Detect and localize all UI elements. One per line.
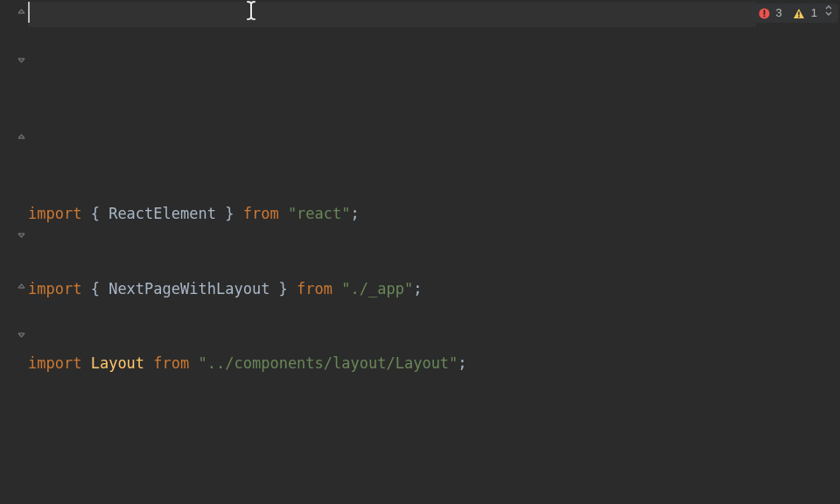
fold-marker[interactable]: [17, 55, 25, 66]
inspection-status[interactable]: 3 1: [752, 4, 838, 23]
text-caret: [28, 2, 30, 23]
error-icon: [759, 8, 770, 19]
svg-point-1: [763, 15, 765, 17]
fold-marker[interactable]: [17, 130, 25, 141]
fold-marker[interactable]: [17, 230, 25, 241]
code-line[interactable]: import { NextPageWithLayout } from "./_a…: [28, 276, 840, 302]
code-editor[interactable]: import { ReactElement } from "react"; im…: [0, 0, 840, 504]
error-count: 3: [776, 1, 782, 26]
chevron-up-down-icon: [824, 1, 833, 26]
fold-marker[interactable]: [17, 280, 25, 290]
code-line[interactable]: import Layout from "../components/layout…: [28, 351, 840, 376]
fold-marker[interactable]: [17, 330, 25, 340]
warning-icon: [793, 8, 805, 19]
warning-count: 1: [811, 1, 817, 26]
code-line[interactable]: import { ReactElement } from "react";: [28, 201, 840, 227]
svg-point-2: [798, 16, 800, 18]
gutter: [0, 0, 28, 504]
fold-marker[interactable]: [17, 5, 25, 16]
code-line[interactable]: [28, 500, 840, 504]
code-area[interactable]: import { ReactElement } from "react"; im…: [28, 0, 840, 504]
current-line-highlight: [28, 2, 756, 27]
code-line[interactable]: [28, 426, 840, 452]
